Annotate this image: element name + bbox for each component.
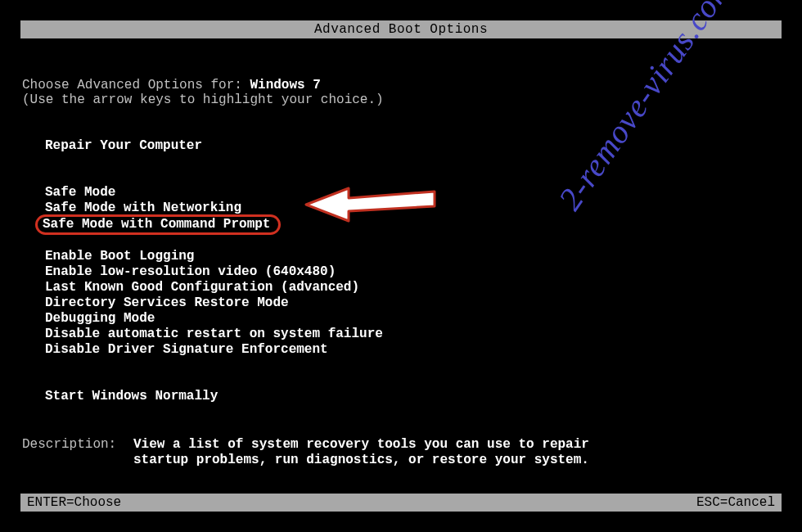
option-debugging[interactable]: Debugging Mode — [42, 311, 158, 327]
option-last-known[interactable]: Last Known Good Configuration (advanced) — [42, 280, 363, 295]
content-area: Choose Advanced Options for: Windows 7 (… — [20, 78, 782, 468]
option-repair[interactable]: Repair Your Computer — [42, 138, 205, 154]
boot-screen: Advanced Boot Options Choose Advanced Op… — [20, 20, 782, 512]
header-line: Choose Advanced Options for: Windows 7 — [22, 78, 782, 92]
title-text: Advanced Boot Options — [314, 22, 488, 37]
header-prefix: Choose Advanced Options for: — [22, 78, 250, 92]
option-low-res[interactable]: Enable low-resolution video (640x480) — [42, 264, 339, 280]
option-ds-restore[interactable]: Directory Services Restore Mode — [42, 295, 292, 311]
description-line1: View a list of system recovery tools you… — [133, 437, 589, 453]
footer-bar: ENTER=Choose ESC=Cancel — [20, 494, 782, 512]
option-safe-mode-cmd[interactable]: Safe Mode with Command Prompt — [35, 214, 281, 235]
description-line2: startup problems, run diagnostics, or re… — [133, 453, 589, 468]
description-text: View a list of system recovery tools you… — [133, 437, 589, 468]
options-list: Repair Your Computer Safe Mode Safe Mode… — [42, 138, 782, 404]
description-label: Description: — [22, 437, 133, 468]
hint-line: (Use the arrow keys to highlight your ch… — [22, 92, 782, 107]
os-name: Windows 7 — [250, 78, 320, 92]
option-no-auto-restart[interactable]: Disable automatic restart on system fail… — [42, 327, 386, 342]
option-boot-logging[interactable]: Enable Boot Logging — [42, 249, 197, 264]
description-block: Description: View a list of system recov… — [22, 437, 782, 468]
title-bar: Advanced Boot Options — [20, 20, 782, 38]
option-safe-mode[interactable]: Safe Mode — [42, 185, 119, 201]
footer-esc: ESC=Cancel — [696, 495, 775, 510]
option-no-driver-sig[interactable]: Disable Driver Signature Enforcement — [42, 342, 331, 358]
footer-enter: ENTER=Choose — [27, 495, 121, 510]
option-normal[interactable]: Start Windows Normally — [42, 389, 221, 404]
